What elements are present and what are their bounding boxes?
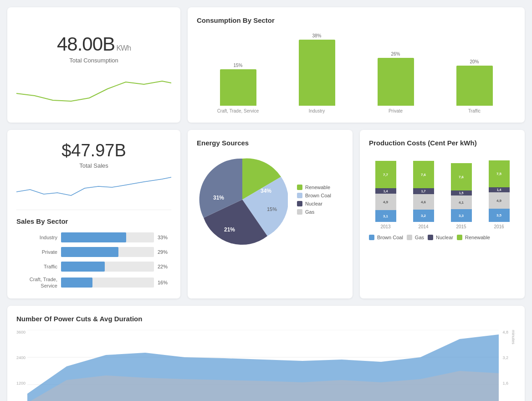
production-costs-title: Production Costs (Cent Per kWh) bbox=[369, 139, 516, 147]
left-col-row2: $47.97B Total Sales Sales By Sector Indu… bbox=[7, 130, 180, 298]
legend-renewable: Renewable bbox=[297, 185, 331, 190]
hbar-craft: Craft, Trade,Service 16% bbox=[16, 276, 171, 289]
stacked-2013: 3,1 4,9 1,4 7,7 2013 bbox=[369, 161, 402, 229]
sector-bar-chart: 15% Craft, Trade, Service 38% Industry 2… bbox=[197, 31, 516, 113]
sales-by-sector-title: Sales By Sector bbox=[16, 217, 171, 225]
divider bbox=[16, 210, 171, 210]
energy-legend: Renewable Brown Coal Nuclear Gas bbox=[297, 185, 331, 215]
consumption-label: Total Consumption bbox=[69, 57, 118, 64]
legend-gas: Gas bbox=[297, 209, 331, 215]
sales-value: $47.97B bbox=[16, 141, 171, 160]
sector-bar-craft: 15% Craft, Trade, Service bbox=[206, 63, 270, 113]
stacked-2015: 3,3 4,1 1,5 7,6 2015 bbox=[445, 163, 478, 229]
right-axis-label: minutes bbox=[511, 330, 516, 401]
sector-bar-private: 26% Private bbox=[363, 51, 428, 113]
energy-pie-container: 34% 15% 21% 31% Renewable Brown Coal Nuc… bbox=[197, 154, 343, 245]
consumption-by-sector-card: Consumption By Sector 15% Craft, Trade, … bbox=[188, 7, 525, 123]
svg-text:21%: 21% bbox=[224, 226, 235, 233]
svg-text:31%: 31% bbox=[213, 195, 224, 201]
sales-by-sector-chart: Industry 33% Private 29% Traffic bbox=[16, 232, 171, 289]
consumption-stat-card: 48.00B KWh Total Consumption bbox=[7, 7, 180, 123]
power-cuts-chart-container: 3600 2400 1200 0 bbox=[16, 330, 516, 401]
hbar-private: Private 29% bbox=[16, 247, 171, 257]
stacked-2016: 3,5 4,9 1,4 7,5 2016 bbox=[482, 160, 516, 229]
sales-stat-card: $47.97B Total Sales Sales By Sector Indu… bbox=[7, 130, 180, 298]
energy-sources-title: Energy Sources bbox=[197, 139, 343, 147]
power-cuts-chart: January 2016 February 2016 March 2016 Ap… bbox=[27, 330, 499, 401]
svg-text:34%: 34% bbox=[261, 188, 271, 194]
sector-bar-industry: 38% Industry bbox=[285, 33, 349, 113]
energy-sources-card: Energy Sources 34% 15% 21% 31% bbox=[188, 130, 353, 298]
stacked-2014: 3,2 4,6 1,7 7,6 2014 bbox=[407, 161, 440, 229]
consumption-value: 48.00B KWh bbox=[57, 33, 131, 55]
hbar-industry: Industry 33% bbox=[16, 232, 171, 242]
left-y-axis: 3600 2400 1200 0 bbox=[16, 330, 26, 401]
sector-bar-traffic: 20% Traffic bbox=[442, 59, 506, 113]
stacked-chart: 3,1 4,9 1,4 7,7 2013 3,2 4,6 1,7 7,6 201… bbox=[369, 154, 516, 229]
power-cuts-card: Number Of Power Cuts & Avg Duration 3600… bbox=[7, 306, 525, 401]
energy-pie-chart: 34% 15% 21% 31% bbox=[197, 154, 288, 245]
power-cuts-svg bbox=[27, 330, 499, 401]
legend-brown-coal: Brown Coal bbox=[297, 193, 331, 198]
hbar-traffic: Traffic 22% bbox=[16, 262, 171, 272]
legend-nuclear: Nuclear bbox=[297, 201, 331, 206]
sales-sparkline bbox=[16, 169, 171, 202]
sales-label: Total Sales bbox=[16, 162, 171, 169]
right-y-axis: 4,8 3,2 1,6 0 bbox=[502, 330, 508, 401]
sector-chart-title: Consumption By Sector bbox=[197, 16, 516, 24]
svg-text:15%: 15% bbox=[267, 206, 277, 212]
sales-value-container: $47.97B Total Sales bbox=[16, 141, 171, 169]
consumption-sparkline bbox=[16, 68, 171, 106]
power-cuts-title: Number Of Power Cuts & Avg Duration bbox=[16, 315, 516, 323]
production-legend: Brown Coal Gas Nuclear Renewable bbox=[369, 235, 516, 240]
production-costs-card: Production Costs (Cent Per kWh) 3,1 4,9 … bbox=[360, 130, 525, 298]
